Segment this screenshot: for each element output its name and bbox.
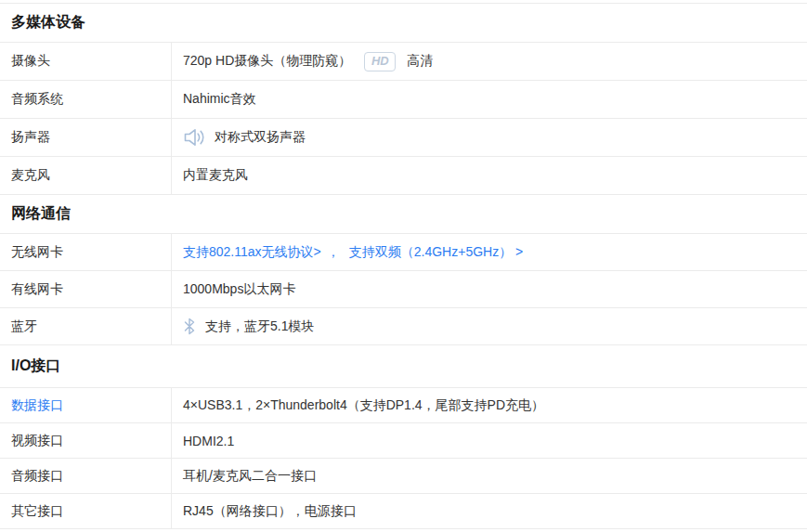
spec-row-other-ports: 其它接口 RJ45（网络接口），电源接口 bbox=[0, 494, 807, 529]
spec-row-video-port: 视频接口 HDMI2.1 bbox=[0, 423, 807, 459]
bluetooth-value-text: 支持，蓝牙5.1模块 bbox=[205, 318, 314, 335]
camera-value-text: 720p HD摄像头（物理防窥） bbox=[183, 53, 351, 70]
spec-label: 有线网卡 bbox=[0, 271, 172, 307]
spec-label: 音频系统 bbox=[0, 81, 172, 118]
section-io: I/O接口 数据接口 4×USB3.1，2×Thunderbolt4（支持DP1… bbox=[0, 345, 807, 529]
speaker-value-text: 对称式双扬声器 bbox=[215, 129, 306, 146]
speaker-icon bbox=[183, 127, 205, 148]
spec-value: 对称式双扬声器 bbox=[172, 119, 807, 156]
section-network: 网络通信 无线网卡 支持802.11ax无线协议> ， 支持双频（2.4GHz+… bbox=[0, 195, 807, 345]
spec-row-wired: 有线网卡 1000Mbps以太网卡 bbox=[0, 271, 807, 308]
bluetooth-icon bbox=[183, 318, 196, 335]
spec-row-bluetooth: 蓝牙 支持，蓝牙5.1模块 bbox=[0, 308, 807, 345]
spec-row-microphone: 麦克风 内置麦克风 bbox=[0, 157, 807, 195]
section-title: I/O接口 bbox=[0, 345, 807, 388]
spec-label: 摄像头 bbox=[0, 43, 172, 80]
section-multimedia: 多媒体设备 摄像头 720p HD摄像头（物理防窥） HD 高清 音频系统 Na… bbox=[0, 4, 807, 195]
spec-row-audio-system: 音频系统 Nahimic音效 bbox=[0, 81, 807, 119]
spec-value: 720p HD摄像头（物理防窥） HD 高清 bbox=[172, 43, 807, 80]
spec-value: RJ45（网络接口），电源接口 bbox=[172, 494, 807, 528]
hd-badge-suffix: 高清 bbox=[407, 53, 433, 70]
spec-row-data-ports: 数据接口 4×USB3.1，2×Thunderbolt4（支持DP1.4，尾部支… bbox=[0, 388, 807, 423]
spec-label: 音频接口 bbox=[0, 459, 172, 493]
spec-value: 支持，蓝牙5.1模块 bbox=[172, 308, 807, 344]
link-separator: ， bbox=[327, 244, 340, 261]
spec-label: 扬声器 bbox=[0, 119, 172, 156]
spec-value: 内置麦克风 bbox=[172, 157, 807, 194]
spec-value: 支持802.11ax无线协议> ， 支持双频（2.4GHz+5GHz） > bbox=[172, 234, 807, 270]
spec-label: 其它接口 bbox=[0, 494, 172, 528]
data-ports-label-link[interactable]: 数据接口 bbox=[0, 388, 172, 422]
spec-row-speaker: 扬声器 对称式双扬声器 bbox=[0, 119, 807, 157]
spec-value: HDMI2.1 bbox=[172, 423, 807, 458]
spec-label: 蓝牙 bbox=[0, 308, 172, 344]
spec-row-audio-port: 音频接口 耳机/麦克风二合一接口 bbox=[0, 459, 807, 494]
spec-label: 无线网卡 bbox=[0, 234, 172, 270]
spec-value: 4×USB3.1，2×Thunderbolt4（支持DP1.4，尾部支持PD充电… bbox=[172, 388, 807, 422]
spec-row-wireless: 无线网卡 支持802.11ax无线协议> ， 支持双频（2.4GHz+5GHz）… bbox=[0, 234, 807, 271]
spec-label: 麦克风 bbox=[0, 157, 172, 194]
spec-value: 1000Mbps以太网卡 bbox=[172, 271, 807, 307]
dual-band-link[interactable]: 支持双频（2.4GHz+5GHz） > bbox=[349, 244, 524, 261]
spec-value: Nahimic音效 bbox=[172, 81, 807, 118]
spec-label: 视频接口 bbox=[0, 423, 172, 458]
hd-badge-icon: HD bbox=[364, 52, 396, 71]
spec-table: 多媒体设备 摄像头 720p HD摄像头（物理防窥） HD 高清 音频系统 Na… bbox=[0, 3, 807, 529]
spec-row-camera: 摄像头 720p HD摄像头（物理防窥） HD 高清 bbox=[0, 43, 807, 81]
section-title: 网络通信 bbox=[0, 195, 807, 234]
section-title: 多媒体设备 bbox=[0, 4, 807, 43]
wifi-protocol-link[interactable]: 支持802.11ax无线协议> bbox=[183, 244, 321, 261]
spec-value: 耳机/麦克风二合一接口 bbox=[172, 459, 807, 493]
